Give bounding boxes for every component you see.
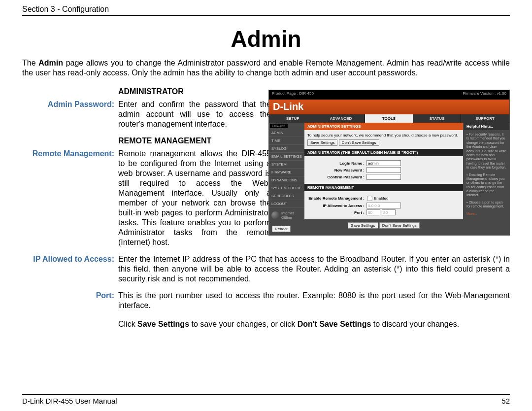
enable-remote-label: Enable Remote Management : bbox=[307, 196, 366, 201]
intro-prefix: The bbox=[22, 59, 38, 67]
hint-2: • Enabling Remote Management, allows you… bbox=[466, 173, 507, 198]
enabled-text: Enabled bbox=[374, 196, 388, 201]
shot-product-page: Product Page : DIR-455 bbox=[272, 91, 314, 96]
side-logout[interactable]: LOGOUT bbox=[269, 200, 304, 208]
port-label: Port : bbox=[307, 210, 366, 215]
panel-admin-settings-body: To help secure your network, we recommen… bbox=[304, 130, 463, 149]
ip-allowed-input[interactable] bbox=[366, 203, 401, 208]
footer-page-number: 52 bbox=[501, 397, 510, 405]
confirm-password-label: Confirm Password : bbox=[307, 175, 366, 179]
dont-save-button-bottom[interactable]: Don't Save Settings bbox=[379, 222, 420, 229]
hints-title: Helpful Hints.. bbox=[464, 123, 509, 130]
body-port: This is the port number used to access t… bbox=[118, 291, 510, 310]
side-system[interactable]: SYSTEM bbox=[269, 161, 304, 169]
side-ddns[interactable]: DYNAMIC DNS bbox=[269, 176, 304, 184]
body-remote-management: Remote management allows the DIR-455 to … bbox=[118, 149, 271, 247]
closing-mid: to save your changes, or click bbox=[189, 320, 298, 328]
enable-remote-checkbox[interactable] bbox=[367, 196, 372, 201]
ip-allowed-label: IP Allowed to Access : bbox=[307, 204, 366, 208]
bottom-buttons: Save Settings Don't Save Settings bbox=[304, 219, 463, 232]
def-ip-allowed: IP Allowed to Access: Enter the Internet… bbox=[22, 254, 510, 284]
label-remote-management: Remote Management: bbox=[22, 149, 118, 247]
shot-firmware: Firmware Version : v1.00 bbox=[463, 91, 506, 96]
shot-sidebar: DIR-455 ADMIN TIME SYSLOG EMAIL SETTINGS… bbox=[269, 123, 304, 235]
shot-banner: D-Link bbox=[269, 97, 509, 114]
router-screenshot: Product Page : DIR-455 Firmware Version … bbox=[268, 90, 510, 236]
admin-settings-text: To help secure your network, we recommen… bbox=[307, 133, 460, 137]
new-password-label: New Password : bbox=[307, 168, 366, 172]
closing-dont-bold: Don't Save Settings bbox=[298, 320, 371, 328]
shot-topbar: Product Page : DIR-455 Firmware Version … bbox=[269, 90, 509, 97]
dont-save-button-top[interactable]: Don't Save Settings bbox=[339, 139, 379, 146]
offline-label: Offline bbox=[281, 215, 294, 220]
intro-bold: Admin bbox=[38, 59, 63, 67]
closing-save-bold: Save Settings bbox=[137, 320, 189, 328]
panel-remote-mgmt-title: REMOTE MANAGEMENT bbox=[304, 184, 463, 191]
dlink-logo: D-Link bbox=[273, 101, 303, 112]
new-password-input[interactable] bbox=[366, 167, 401, 173]
label-ip-allowed: IP Allowed to Access: bbox=[22, 254, 118, 284]
side-internet-status: Internet Offline bbox=[269, 208, 304, 223]
body-ip-allowed: Enter the Internet IP address of the PC … bbox=[118, 254, 510, 284]
section-header: Section 3 - Configuration bbox=[22, 5, 510, 16]
hints-panel: Helpful Hints.. • For security reasons, … bbox=[464, 123, 509, 235]
side-syslog[interactable]: SYSLOG bbox=[269, 145, 304, 153]
label-admin-password: Admin Password: bbox=[22, 100, 118, 129]
shot-model-chip: DIR-455 bbox=[270, 124, 288, 128]
tab-support[interactable]: SUPPORT bbox=[461, 114, 509, 123]
save-button-bottom[interactable]: Save Settings bbox=[348, 222, 378, 229]
tab-setup[interactable]: SETUP bbox=[269, 114, 317, 123]
side-firmware[interactable]: FIRMWARE bbox=[269, 169, 304, 176]
closing-pre: Click bbox=[118, 320, 137, 328]
hint-1: • For security reasons, it is recommende… bbox=[466, 133, 507, 170]
shot-main: ADMINISTRATOR SETTINGS To help secure yo… bbox=[304, 123, 464, 235]
port-input-a[interactable] bbox=[366, 209, 380, 215]
globe-icon bbox=[271, 211, 279, 219]
reboot-button[interactable]: Reboot bbox=[272, 226, 291, 232]
save-button-top[interactable]: Save Settings bbox=[307, 139, 337, 146]
shot-tabs: SETUP ADVANCED TOOLS STATUS SUPPORT bbox=[269, 114, 509, 123]
intro-suffix: page allows you to change the Administra… bbox=[22, 59, 510, 77]
login-name-input[interactable] bbox=[366, 160, 401, 166]
panel-admin-settings-title: ADMINISTRATOR SETTINGS bbox=[304, 123, 463, 130]
panel-administrator-title: ADMINISTRATOR (THE DEFAULT LOGIN NAME IS… bbox=[304, 149, 463, 156]
side-syscheck[interactable]: SYSTEM CHECK bbox=[269, 184, 304, 192]
tab-tools[interactable]: TOOLS bbox=[365, 114, 413, 123]
side-email[interactable]: EMAIL SETTINGS bbox=[269, 153, 304, 161]
page-footer: D-Link DIR-455 User Manual 52 bbox=[22, 394, 510, 405]
tab-advanced[interactable]: ADVANCED bbox=[317, 114, 366, 123]
closing-post: to discard your changes. bbox=[371, 320, 459, 328]
body-admin-password: Enter and confirm the password that the … bbox=[118, 100, 271, 129]
tab-status[interactable]: STATUS bbox=[413, 114, 462, 123]
side-time[interactable]: TIME bbox=[269, 137, 304, 145]
def-port: Port: This is the port number used to ac… bbox=[22, 291, 510, 310]
panel-remote-mgmt-body: Enable Remote Management : Enabled IP Al… bbox=[304, 191, 463, 219]
port-input-b[interactable] bbox=[382, 209, 396, 215]
hint-3: • Choose a port to open for remote manag… bbox=[466, 201, 507, 209]
confirm-password-input[interactable] bbox=[366, 174, 401, 180]
label-port: Port: bbox=[22, 291, 118, 310]
login-name-label: Login Name : bbox=[307, 161, 366, 166]
panel-administrator-body: Login Name : New Password : Confirm Pass… bbox=[304, 156, 463, 184]
side-admin[interactable]: ADMIN bbox=[269, 129, 304, 137]
internet-label: Internet bbox=[281, 211, 294, 215]
footer-manual-name: D-Link DIR-455 User Manual bbox=[22, 397, 117, 405]
intro-paragraph: The Admin page allows you to change the … bbox=[22, 58, 510, 78]
hints-more-link[interactable]: More... bbox=[466, 212, 507, 216]
closing-instruction: Click Save Settings to save your changes… bbox=[118, 319, 510, 329]
side-schedules[interactable]: SCHEDULES bbox=[269, 192, 304, 200]
page-title: Admin bbox=[22, 26, 510, 52]
